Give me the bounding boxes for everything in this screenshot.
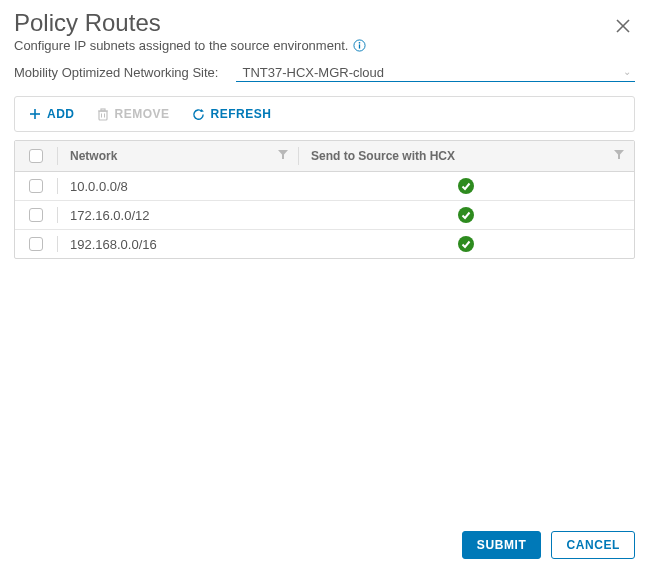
table-row: 172.16.0.0/12 bbox=[15, 201, 634, 230]
svg-rect-7 bbox=[99, 111, 107, 120]
table-row: 10.0.0.0/8 bbox=[15, 172, 634, 201]
svg-marker-14 bbox=[614, 150, 624, 159]
table-header: Network Send to Source with HCX bbox=[15, 141, 634, 172]
site-select-value: TNT37-HCX-MGR-cloud bbox=[236, 63, 635, 82]
site-label: Mobility Optimized Networking Site: bbox=[14, 65, 218, 80]
check-circle-icon bbox=[458, 236, 474, 252]
page-title: Policy Routes bbox=[14, 10, 611, 36]
table-row: 192.168.0.0/16 bbox=[15, 230, 634, 258]
add-label: ADD bbox=[47, 107, 75, 121]
toolbar: ADD REMOVE REFRESH bbox=[14, 96, 635, 132]
refresh-button[interactable]: REFRESH bbox=[192, 107, 272, 121]
svg-point-1 bbox=[359, 42, 361, 44]
row-checkbox[interactable] bbox=[29, 237, 43, 251]
check-circle-icon bbox=[458, 207, 474, 223]
close-button[interactable] bbox=[611, 14, 635, 38]
site-select[interactable]: TNT37-HCX-MGR-cloud ⌄ bbox=[236, 63, 635, 82]
cancel-button[interactable]: CANCEL bbox=[551, 531, 635, 559]
column-header-network[interactable]: Network bbox=[70, 149, 117, 163]
svg-marker-13 bbox=[278, 150, 288, 159]
network-cell: 192.168.0.0/16 bbox=[70, 237, 157, 252]
refresh-label: REFRESH bbox=[211, 107, 272, 121]
remove-label: REMOVE bbox=[115, 107, 170, 121]
submit-button[interactable]: SUBMIT bbox=[462, 531, 542, 559]
svg-point-15 bbox=[458, 178, 474, 194]
page-subtitle: Configure IP subnets assigned to the sou… bbox=[14, 38, 348, 53]
remove-button: REMOVE bbox=[97, 107, 170, 121]
info-icon[interactable] bbox=[352, 39, 366, 53]
svg-point-16 bbox=[458, 207, 474, 223]
svg-rect-11 bbox=[101, 109, 105, 111]
row-checkbox[interactable] bbox=[29, 208, 43, 222]
routes-table: Network Send to Source with HCX 10.0.0.0… bbox=[14, 140, 635, 259]
svg-rect-2 bbox=[359, 45, 360, 49]
add-button[interactable]: ADD bbox=[29, 107, 75, 121]
svg-marker-12 bbox=[200, 109, 204, 112]
select-all-checkbox[interactable] bbox=[29, 149, 43, 163]
filter-icon[interactable] bbox=[614, 150, 624, 162]
filter-icon[interactable] bbox=[278, 150, 288, 162]
column-header-send[interactable]: Send to Source with HCX bbox=[311, 149, 455, 163]
network-cell: 172.16.0.0/12 bbox=[70, 208, 150, 223]
svg-point-17 bbox=[458, 236, 474, 252]
check-circle-icon bbox=[458, 178, 474, 194]
network-cell: 10.0.0.0/8 bbox=[70, 179, 128, 194]
row-checkbox[interactable] bbox=[29, 179, 43, 193]
